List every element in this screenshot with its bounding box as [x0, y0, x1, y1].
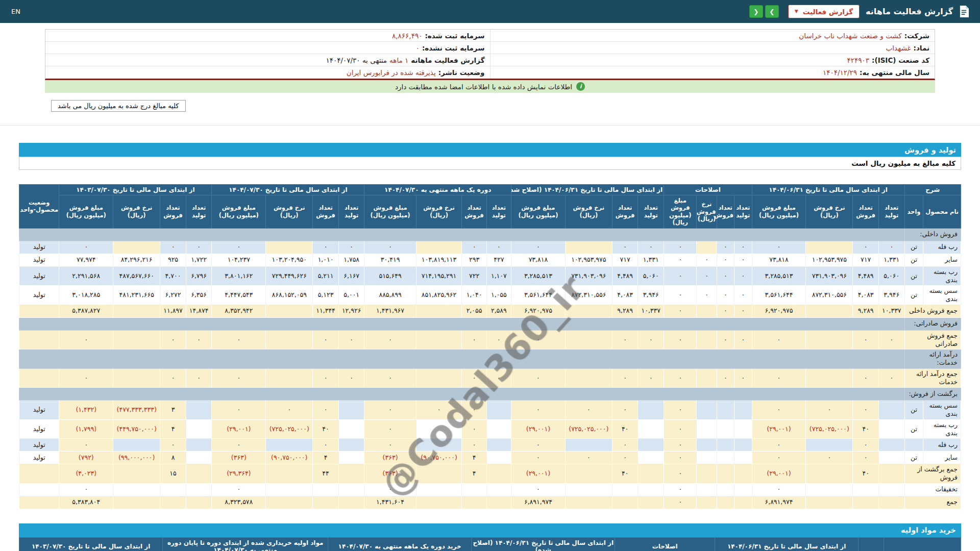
cell: ۰	[612, 452, 638, 464]
cell: ۰	[752, 368, 806, 388]
status-cell: تولید	[19, 452, 59, 464]
cell: ۴,۴۴۷,۵۴۳	[212, 286, 266, 305]
chevron-down-icon: ▼	[795, 9, 798, 14]
cell	[113, 305, 160, 317]
table-row: سس بسته بندیتن۳,۹۴۶۴,۰۸۳۸۷۲,۳۱۰,۵۵۶۳,۵۶۱…	[19, 286, 961, 305]
cell: ۰	[511, 452, 566, 464]
col-subheader: تعداد فروش	[717, 195, 734, 229]
cell: ۰	[878, 241, 904, 254]
cell: ۰	[697, 266, 717, 286]
cell: (۴۷۷,۳۳۳,۳۳۳)	[113, 400, 160, 420]
product-name: سس بسته بندی	[923, 286, 961, 305]
cell: ۷۱۴,۱۹۵,۲۹۱	[416, 266, 462, 286]
cell	[19, 388, 905, 400]
info-label: گزارش فعالیت ماهانه	[411, 56, 484, 64]
cell: ۱۱,۳۴۴	[313, 305, 339, 317]
info-label: وضعیت ناشر:	[438, 68, 485, 77]
cell	[113, 439, 160, 452]
cell	[338, 452, 364, 464]
cell: ۰	[697, 254, 717, 266]
cell: (۹۰,۷۵۰,۰۰۰)	[416, 452, 462, 464]
cell: ۰	[338, 330, 364, 349]
cell: ۶,۷۹۶	[186, 266, 212, 286]
col-subheader: تعداد فروش	[462, 195, 486, 229]
cell	[565, 368, 612, 388]
cell: ۰	[212, 400, 266, 420]
cell: ۰	[364, 368, 416, 388]
cell	[717, 496, 734, 509]
col-subheader: تعداد فروش	[313, 195, 339, 229]
cell: ۰	[462, 241, 486, 254]
language-toggle[interactable]: EN	[11, 8, 20, 15]
unit-cell	[904, 439, 923, 452]
cell: ۰	[717, 305, 734, 317]
cell	[717, 483, 734, 496]
cell: (۴,۰۲۳)	[59, 464, 113, 484]
cell	[697, 452, 717, 464]
cell: (۷۲۵,۰۲۵,۰۰۰)	[565, 419, 612, 439]
cell: ۰	[313, 400, 339, 420]
cell	[19, 228, 905, 241]
col-subheader: تعداد تولید	[638, 195, 664, 229]
cell	[806, 439, 853, 452]
prev-report-button[interactable]: ❮	[749, 5, 763, 18]
cell	[416, 496, 462, 509]
cell: ۰	[734, 305, 752, 317]
divider	[0, 125, 980, 126]
table-row: جمع فروش داخلی۱۰,۳۳۷۹,۲۸۹۶,۹۲۰,۹۷۵۰۰۰۱۰,…	[19, 305, 961, 317]
cell: (۷۹۲)	[59, 452, 113, 464]
cell	[638, 464, 664, 484]
cell: ۱,۰۱۰	[313, 254, 339, 266]
col-group-header: خرید دوره یک ماهه منتهی به ۱۴۰۴/۰۷/۳۰	[328, 537, 472, 551]
info-label: سرمایه ثبت نشده:	[422, 44, 485, 52]
product-name: رب بسته بندی	[923, 419, 961, 439]
cell: ۰	[59, 241, 113, 254]
col-subheader: مبلغ فروش (میلیون ریال)	[752, 195, 806, 229]
cell	[313, 496, 339, 509]
cell: ۹۲۵	[160, 254, 186, 266]
cell: ۰	[752, 330, 806, 349]
cell	[266, 330, 313, 349]
cell: ۰	[511, 330, 566, 349]
cell: ۰	[612, 400, 638, 420]
cell: ۰	[565, 400, 612, 420]
cell: ۴۰	[853, 464, 879, 484]
cell: ۰	[364, 400, 416, 420]
cell: ۰	[664, 452, 697, 464]
cell	[565, 241, 612, 254]
status-cell	[19, 305, 59, 317]
cell	[486, 496, 511, 509]
cell: ۷۳۱,۹۰۳,۰۹۶	[565, 266, 612, 286]
row-group-label: درآمد ارائه خدمات:	[904, 349, 961, 369]
cell: ۰	[266, 400, 313, 420]
cell: ۰	[59, 330, 113, 349]
cell: ۸,۳۵۲,۹۴۲	[212, 305, 266, 317]
table-row: رب بسته بندیتن۴۰(۷۲۵,۰۲۵,۰۰۰)(۲۹,۰۰۱)۰۴۰…	[19, 419, 961, 439]
cell: ۴	[160, 419, 186, 439]
cell: ۰	[664, 496, 697, 509]
dropdown-label: گزارش فعالیت	[803, 8, 853, 16]
cell: ۰	[160, 330, 186, 349]
cell: ۱,۷۵۸	[338, 254, 364, 266]
cell	[806, 241, 853, 254]
report-type-dropdown[interactable]: گزارش فعالیت ▼	[788, 5, 860, 18]
report-icon[interactable]	[959, 6, 969, 17]
unit-cell: تن	[904, 286, 923, 305]
cell: ۰	[878, 330, 904, 349]
cell: ۵,۰۶۰	[878, 266, 904, 286]
cell: ۰	[364, 483, 416, 496]
cell: ۰	[853, 400, 879, 420]
cell: ۰	[638, 330, 664, 349]
cell	[734, 483, 752, 496]
cell: ۰	[734, 266, 752, 286]
cell: ۸۶۸,۱۵۲,۰۵۹	[266, 286, 313, 305]
cell: ۴۲۷	[486, 254, 511, 266]
col-group-header: اصلاحات	[615, 537, 715, 551]
cell: ۴۰	[612, 464, 638, 484]
cell: ۰	[212, 368, 266, 388]
section-production-sales-header: تولید و فروش	[19, 143, 961, 157]
next-report-button[interactable]: ❯	[765, 5, 779, 18]
cell	[266, 368, 313, 388]
cell: ۰	[664, 330, 697, 349]
col-subheader: تعداد تولید	[338, 195, 364, 229]
